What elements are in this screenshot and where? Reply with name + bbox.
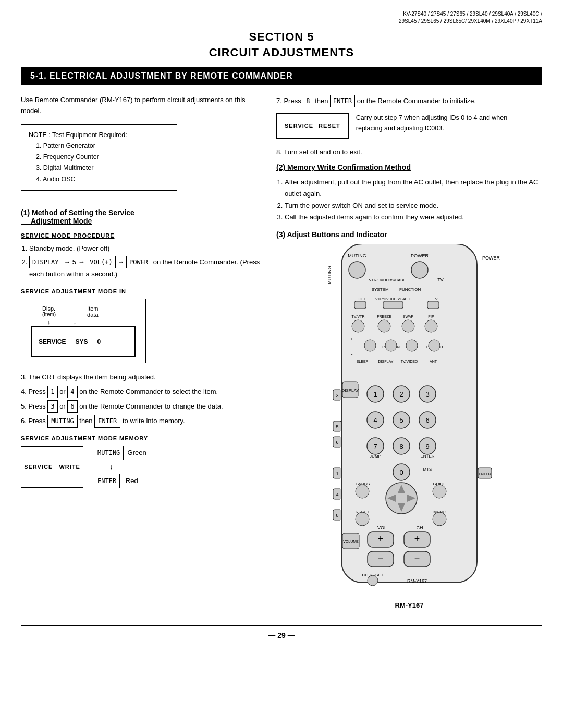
display-diagram: Disp. (Item) Itemdata ↓ ↓ SERVICE SYS 0 bbox=[21, 299, 146, 363]
steps-1-2: Standby mode. (Power off) DISPLAY → 5 → … bbox=[21, 243, 261, 280]
memory-diagram: SERVICE WRITE MUTING Green ↓ ENTER Red bbox=[21, 446, 261, 488]
disp-screen-text: SERVICE SYS 0 bbox=[39, 338, 101, 346]
service-reset-box: SERVICE RESET Carry out step 7 when adju… bbox=[276, 113, 542, 139]
side-label-3: 3 bbox=[336, 393, 338, 398]
pip-label: PIP bbox=[428, 315, 434, 318]
step-7-text: 7. Press 8 then ENTER on the Remote Comm… bbox=[276, 95, 542, 107]
step-4: 4. Press 1 or 4 on the Remote Commander … bbox=[21, 386, 261, 398]
num-0-label: 0 bbox=[399, 468, 403, 476]
position-btn[interactable] bbox=[385, 340, 397, 351]
vol-up-icon: + bbox=[378, 534, 384, 544]
step-6: 6. Press MUTING then ENTER to write into… bbox=[21, 415, 261, 427]
reset-btn[interactable] bbox=[356, 512, 369, 526]
tvvtr-label: TV/VTR bbox=[352, 315, 365, 318]
ant-label: ANT bbox=[430, 360, 437, 363]
tv-label: TV bbox=[437, 277, 444, 282]
key-4: 4 bbox=[67, 386, 77, 398]
screen-sys: SYS bbox=[75, 338, 88, 346]
muting-side-label: MUTING bbox=[327, 266, 332, 285]
minus-label: - bbox=[351, 352, 353, 357]
service-label: SERVICE bbox=[285, 122, 313, 129]
tvvideo-btn[interactable] bbox=[429, 340, 440, 351]
mem-step-1: After adjustment, pull out the plug from… bbox=[285, 177, 542, 200]
audio-btn[interactable] bbox=[406, 340, 418, 351]
ch-btn[interactable] bbox=[364, 340, 376, 351]
num-5: 5 bbox=[72, 258, 76, 266]
num-7-label: 7 bbox=[373, 442, 377, 450]
sys-vtr-btn[interactable] bbox=[383, 301, 403, 309]
subsection2-heading: (2) Memory Write Confirmation Method bbox=[276, 163, 411, 171]
num-6-label: 6 bbox=[425, 416, 429, 424]
service-adj-memory-label: SERVICE ADJUSTMENT MODE MEMORY bbox=[21, 435, 261, 441]
arrow-1: → bbox=[64, 258, 72, 266]
tvdbs-btn[interactable] bbox=[356, 485, 369, 498]
muting-key-mem: MUTING bbox=[94, 446, 124, 460]
mem-step-2: Turn the power switch ON and set to serv… bbox=[285, 200, 542, 212]
note-title: NOTE : Test Equipment Required: bbox=[29, 131, 127, 139]
vol-down-icon: − bbox=[378, 553, 384, 564]
remote-svg: MUTING 3 5 6 1 4 8 P bbox=[315, 244, 503, 598]
disp-label-disp: Disp. (Item) bbox=[42, 305, 56, 318]
power-button[interactable] bbox=[411, 262, 428, 278]
jump-label: JUMP bbox=[370, 454, 381, 459]
pip-btn[interactable] bbox=[425, 320, 437, 332]
enter-key-step6: ENTER bbox=[94, 415, 120, 427]
off-label: OFF bbox=[359, 297, 366, 301]
num-3-label: 3 bbox=[425, 390, 429, 398]
codeset-btn[interactable] bbox=[368, 575, 378, 586]
muting-button[interactable] bbox=[349, 262, 365, 278]
key-8-step7: 8 bbox=[303, 95, 313, 107]
tvvideo2-label: TV/VIDEO bbox=[401, 360, 418, 363]
header-models: KV-27S40 / 27S45 / 27S65 / 29SL40 / 29SL… bbox=[21, 10, 542, 25]
note-item-4: 4. Audio OSC bbox=[29, 176, 76, 183]
arrow-2: → bbox=[78, 258, 87, 266]
freeze-label: FREEZE bbox=[377, 315, 391, 318]
tvvtr-btn[interactable] bbox=[352, 320, 364, 332]
right-column: 7. Press 8 then ENTER on the Remote Comm… bbox=[276, 95, 542, 609]
rm-label: RM-Y167 bbox=[276, 601, 542, 609]
screen-zero: 0 bbox=[97, 338, 101, 346]
disp-screen: SERVICE SYS 0 bbox=[31, 326, 136, 357]
ch-down-icon: − bbox=[414, 553, 420, 564]
swap-label: SWAP bbox=[403, 315, 414, 318]
tv-sys-label: TV bbox=[433, 297, 438, 301]
num-4-label: 4 bbox=[373, 416, 377, 424]
ch-up-icon: + bbox=[414, 534, 420, 544]
steps-3-6: 3. The CRT displays the item being adjus… bbox=[21, 372, 261, 427]
muting-step: MUTING Green bbox=[94, 446, 146, 460]
step-5: 5. Press 3 or 6 on the Remote Commander … bbox=[21, 400, 261, 413]
guide-btn[interactable] bbox=[433, 485, 446, 498]
sys-off-btn[interactable] bbox=[354, 301, 366, 309]
section-title: SECTION 5 bbox=[21, 30, 542, 44]
subsection3-heading: (3) Adjust Buttons and Indicator bbox=[276, 230, 542, 239]
subsection1-heading: (1) Method of Setting the Service Adjust… bbox=[21, 208, 134, 225]
enter-key-mem: ENTER bbox=[94, 474, 120, 488]
disp-labels: Disp. (Item) Itemdata bbox=[27, 305, 140, 318]
freeze-btn[interactable] bbox=[378, 320, 390, 332]
ch-label: CH bbox=[417, 525, 423, 530]
reset-label: RESET bbox=[319, 122, 340, 129]
display-key: DISPLAY bbox=[29, 256, 62, 268]
sleep-label: SLEEP bbox=[357, 360, 369, 363]
menu-btn[interactable] bbox=[433, 512, 446, 526]
key-1: 1 bbox=[47, 386, 57, 398]
muting-key-step6: MUTING bbox=[47, 415, 77, 427]
service-adj-mode-in-label: SERVICE ADJUSTMENT MODE IN bbox=[21, 288, 261, 294]
service-reset-description: Carry out step 7 when adjusting IDs 0 to… bbox=[356, 113, 512, 133]
enter-num-label: ENTER bbox=[420, 454, 434, 459]
key-6: 6 bbox=[67, 400, 77, 413]
arrow-3: → bbox=[117, 258, 126, 266]
swap-btn[interactable] bbox=[402, 320, 414, 332]
power-top-label: POWER bbox=[411, 253, 429, 258]
step-2: DISPLAY → 5 → VOL(+) → POWER on the Remo… bbox=[29, 256, 261, 280]
volume-btn-label: VOLUME bbox=[343, 540, 359, 544]
subsection1-heading-wrap: (1) Method of Setting the Service Adjust… bbox=[21, 208, 261, 225]
step-1: Standby mode. (Power off) bbox=[29, 243, 261, 254]
plus-label: + bbox=[350, 337, 353, 342]
rm-y167-label: RM-Y167 bbox=[407, 578, 427, 584]
sys-tv-btn[interactable] bbox=[427, 301, 439, 309]
left-column: Use Remote Commander (RM-Y167) to perfor… bbox=[21, 95, 261, 609]
note-item-3: 3. Digital Multimeter bbox=[29, 164, 93, 171]
enter-right: ENTER bbox=[479, 472, 491, 476]
step-8-text: 8. Turn set off and on to exit. bbox=[276, 148, 542, 156]
